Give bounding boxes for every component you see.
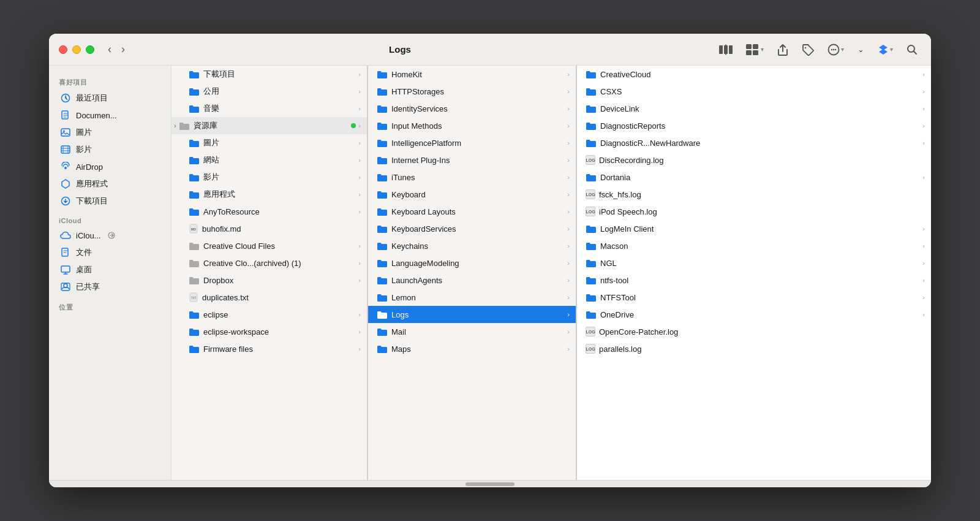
chevron-icon: ›: [358, 276, 361, 284]
col2-internetplugins[interactable]: Internet Plug-Ins ›: [368, 151, 576, 169]
col3-diagnosticreports[interactable]: DiagnosticReports ›: [577, 117, 931, 134]
col-item-pictures[interactable]: 圖片 ›: [172, 134, 367, 151]
col-item-library[interactable]: › 資源庫 ›: [172, 117, 367, 134]
sidebar-item-airdrop[interactable]: AirDrop: [53, 158, 167, 175]
col-item-sites[interactable]: 網站 ›: [172, 151, 367, 169]
col3-creativecloud[interactable]: CreativeCloud ›: [577, 66, 931, 83]
scroll-bar[interactable]: [49, 480, 931, 487]
col-item-eclipse-ws[interactable]: eclipse-workspace ›: [172, 323, 367, 340]
col3-dortania[interactable]: Dortania ›: [577, 169, 931, 186]
col2-homekit[interactable]: HomeKit ›: [368, 66, 576, 83]
col-item-dropbox[interactable]: Dropbox ›: [172, 272, 367, 289]
dropbox-button[interactable]: ▾: [874, 41, 897, 58]
sidebar-item-recent[interactable]: 最近項目: [53, 89, 167, 107]
col2-identityservices[interactable]: IdentityServices ›: [368, 100, 576, 117]
col-item-apps2[interactable]: 應用程式 ›: [172, 186, 367, 203]
chevron-icon: ›: [358, 191, 361, 198]
col2-keychains[interactable]: Keychains ›: [368, 237, 576, 254]
chevron-icon: ›: [567, 88, 570, 95]
icloud-icon: [60, 230, 71, 241]
col3-opencore[interactable]: LOG OpenCore-Patcher.log: [577, 323, 931, 340]
col3-ipodspeech[interactable]: LOG iPod Speech.log: [577, 203, 931, 220]
col3-parallels[interactable]: LOG parallels.log: [577, 340, 931, 357]
sidebar-item-shared[interactable]: 已共享: [53, 278, 167, 295]
item-name: ntfs-tool: [600, 276, 922, 285]
col3-devicelink[interactable]: DeviceLink ›: [577, 100, 931, 117]
chevron-icon: ›: [922, 311, 925, 318]
close-button[interactable]: [59, 45, 67, 54]
sidebar-item-documents[interactable]: Documen...: [53, 107, 167, 124]
col2-maps[interactable]: Maps ›: [368, 340, 576, 357]
col2-mail[interactable]: Mail ›: [368, 323, 576, 340]
item-name: eclipse: [203, 310, 358, 319]
col-item-buhofix[interactable]: MD buhofix.md: [172, 220, 367, 237]
col-item-cc-archived[interactable]: Creative Clo...(archived) (1) ›: [172, 254, 367, 272]
col3-discrecording[interactable]: LOG DiscRecording.log: [577, 151, 931, 169]
col-item-music[interactable]: 音樂 ›: [172, 100, 367, 117]
item-name: LogMeIn Client: [600, 224, 922, 234]
col-item-duplicates[interactable]: TXT duplicates.txt: [172, 289, 367, 306]
sidebar-label: 桌面: [76, 264, 92, 275]
sidebar-item-apps[interactable]: 應用程式: [53, 175, 167, 192]
chevron-icon: ›: [567, 208, 570, 215]
sidebar-label: iClou...: [76, 231, 100, 240]
sidebar-label: 圖片: [76, 127, 92, 138]
item-name: iTunes: [391, 173, 567, 182]
col2-intelligence[interactable]: IntelligencePlatform ›: [368, 134, 576, 151]
col3-diagnosticnewhardware[interactable]: DiagnosticR...NewHardware ›: [577, 134, 931, 151]
item-name: Firmware files: [203, 344, 358, 354]
chevron-icon: ›: [358, 105, 361, 112]
sidebar-label: AirDrop: [76, 162, 103, 172]
item-name: Internet Plug-Ins: [391, 156, 567, 165]
recent-icon: [60, 93, 71, 104]
sidebar-item-documents2[interactable]: 文件: [53, 244, 167, 261]
item-name: Keychains: [391, 241, 567, 251]
col2-logs[interactable]: Logs ›: [368, 306, 576, 323]
sidebar-item-downloads[interactable]: 下載項目: [53, 192, 167, 210]
col-item-downloads-top[interactable]: 下載項目 ›: [172, 66, 367, 83]
col2-keyboard[interactable]: Keyboard ›: [368, 186, 576, 203]
chevron-icon: ›: [922, 242, 925, 249]
col3-ntfstool[interactable]: NTFSTool ›: [577, 289, 931, 306]
column-view-button[interactable]: [715, 42, 736, 58]
col2-inputmethods[interactable]: Input Methods ›: [368, 117, 576, 134]
sidebar-item-photos[interactable]: 圖片: [53, 124, 167, 141]
search-button[interactable]: [903, 42, 921, 58]
col-item-cc-files[interactable]: Creative Cloud Files ›: [172, 237, 367, 254]
col3-ngl[interactable]: NGL ›: [577, 254, 931, 272]
item-name: DiagnosticReports: [600, 121, 922, 131]
more-button[interactable]: ▾: [824, 41, 848, 58]
col2-itunes[interactable]: iTunes ›: [368, 169, 576, 186]
col3-macson[interactable]: Macson ›: [577, 237, 931, 254]
col-item-anytoresource[interactable]: AnyToResource ›: [172, 203, 367, 220]
col2-httpstorage[interactable]: HTTPStorages ›: [368, 83, 576, 100]
sidebar-item-desktop[interactable]: 桌面: [53, 261, 167, 278]
chevron-icon: ›: [922, 139, 925, 146]
tag-button[interactable]: [798, 41, 818, 58]
col2-keyboardservices[interactable]: KeyboardServices ›: [368, 220, 576, 237]
grid-view-button[interactable]: ▾: [742, 42, 767, 58]
col-item-movies2[interactable]: 影片 ›: [172, 169, 367, 186]
minimize-button[interactable]: [72, 45, 81, 54]
col2-lemon[interactable]: Lemon ›: [368, 289, 576, 306]
col2-langmodeling[interactable]: LanguageModeling ›: [368, 254, 576, 272]
col3-ntfstool-lower[interactable]: ntfs-tool ›: [577, 272, 931, 289]
col3-csxs[interactable]: CSXS ›: [577, 83, 931, 100]
col3-logmeinclient[interactable]: LogMeIn Client ›: [577, 220, 931, 237]
col-item-eclipse[interactable]: eclipse ›: [172, 306, 367, 323]
item-name: 圖片: [203, 137, 358, 148]
col2-launchagents[interactable]: LaunchAgents ›: [368, 272, 576, 289]
share-button[interactable]: [774, 41, 792, 58]
col3-onedrive[interactable]: OneDrive ›: [577, 306, 931, 323]
col-item-firmware[interactable]: Firmware files ›: [172, 340, 367, 357]
col2-keyboardlayouts[interactable]: Keyboard Layouts ›: [368, 203, 576, 220]
col3-fsckhfs[interactable]: LOG fsck_hfs.log: [577, 186, 931, 203]
scroll-thumb[interactable]: [466, 482, 514, 486]
sort-dropdown-button[interactable]: ⌄: [854, 42, 868, 56]
sidebar-item-icloud[interactable]: iClou...: [53, 227, 167, 244]
item-name: parallels.log: [599, 344, 925, 354]
columns-container: 下載項目 › 公用 › 音樂 › › 資源庫: [172, 66, 931, 480]
chevron-icon: ›: [567, 345, 570, 352]
sidebar-item-movies[interactable]: 影片: [53, 141, 167, 158]
col-item-public[interactable]: 公用 ›: [172, 83, 367, 100]
